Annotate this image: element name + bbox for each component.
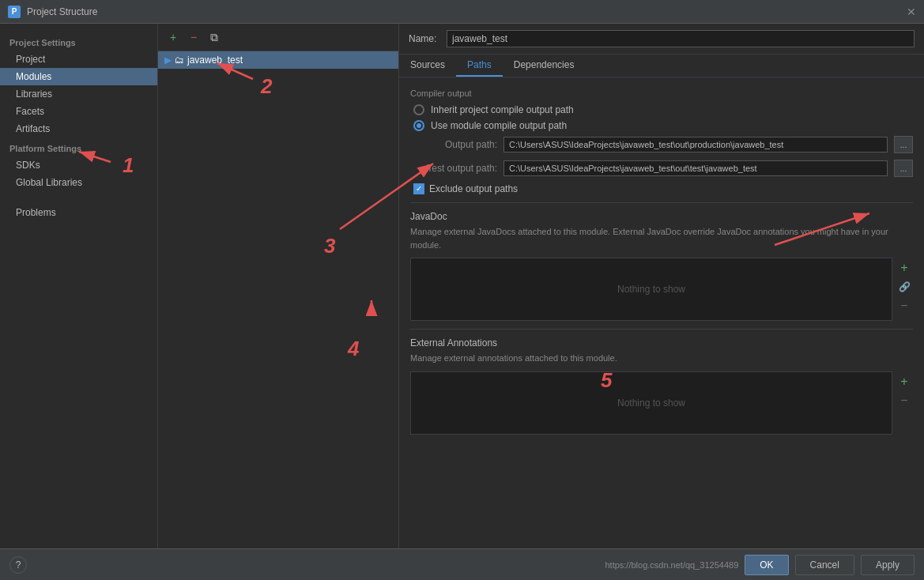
external-annotations-empty-label: Nothing to show — [617, 397, 685, 409]
javadoc-add-url-button[interactable]: 🔗 — [896, 278, 913, 296]
exclude-output-checkbox[interactable] — [413, 183, 424, 194]
javadoc-list: Nothing to show — [410, 258, 892, 321]
help-button[interactable]: ? — [9, 556, 27, 574]
exclude-output-row: Exclude output paths — [410, 183, 913, 194]
radio-inherit-row: Inherit project compile output path — [410, 104, 913, 115]
javadoc-remove-button[interactable]: − — [896, 297, 913, 314]
javadoc-list-area: Nothing to show + 🔗 − — [410, 258, 913, 321]
platform-settings-label: Platform Settings — [0, 137, 157, 156]
bottom-bar: ? https://blog.csdn.net/qq_31254489 OK C… — [0, 548, 924, 580]
name-input[interactable] — [447, 30, 915, 47]
external-annotations-remove-button[interactable]: − — [896, 392, 913, 409]
tabs-bar: Sources Paths Dependencies — [399, 55, 924, 77]
sidebar-item-artifacts[interactable]: Artifacts — [0, 120, 157, 137]
module-tree-item[interactable]: ▶ 🗂 javaweb_test — [158, 51, 398, 69]
radio-use-module-row: Use module compile output path — [410, 120, 913, 131]
radio-use-module[interactable] — [413, 120, 424, 131]
external-annotations-add-button[interactable]: + — [896, 373, 913, 390]
radio-use-module-label: Use module compile output path — [431, 120, 567, 131]
tab-sources[interactable]: Sources — [399, 55, 456, 77]
app-icon: P — [8, 6, 21, 18]
test-output-path-label: Test output path: — [410, 163, 497, 174]
external-annotations-side-buttons: + − — [896, 371, 913, 435]
compiler-output-title: Compiler output — [410, 89, 913, 98]
javadoc-side-buttons: + 🔗 − — [896, 258, 913, 321]
external-annotations-list-area: Nothing to show + − — [410, 371, 913, 435]
output-path-input[interactable] — [503, 137, 888, 153]
content-area: Compiler output Inherit project compile … — [399, 77, 924, 548]
output-path-browse[interactable]: ... — [894, 136, 913, 153]
javadoc-empty-label: Nothing to show — [617, 284, 685, 295]
name-label: Name: — [409, 33, 440, 44]
test-output-path-row: Test output path: ... — [410, 160, 913, 177]
name-row: Name: — [399, 24, 924, 55]
apply-button[interactable]: Apply — [861, 555, 915, 575]
module-name: javaweb_test — [187, 55, 243, 66]
close-button[interactable]: ✕ — [907, 6, 916, 18]
cancel-button[interactable]: Cancel — [795, 555, 854, 575]
output-path-label: Output path: — [410, 139, 497, 150]
sidebar-item-modules[interactable]: Modules — [0, 68, 157, 85]
window-title: Project Structure — [27, 6, 97, 17]
output-path-row: Output path: ... — [410, 136, 913, 153]
add-module-button[interactable]: + — [164, 28, 182, 46]
expand-icon: ▶ — [164, 55, 172, 66]
project-settings-label: Project Settings — [0, 32, 157, 51]
sidebar-item-problems[interactable]: Problems — [0, 204, 157, 221]
sidebar-item-global-libraries[interactable]: Global Libraries — [0, 174, 157, 191]
radio-inherit[interactable] — [413, 104, 424, 115]
radio-inherit-label: Inherit project compile output path — [431, 104, 574, 115]
external-annotations-list: Nothing to show — [410, 371, 892, 435]
sidebar-item-facets[interactable]: Facets — [0, 103, 157, 120]
sidebar-item-libraries[interactable]: Libraries — [0, 85, 157, 103]
external-annotations-desc: Manage external annotations attached to … — [410, 352, 913, 365]
center-toolbar: + − ⧉ — [158, 24, 398, 51]
test-output-path-input[interactable] — [503, 160, 888, 176]
sidebar-item-project[interactable]: Project — [0, 51, 157, 68]
test-output-path-browse[interactable]: ... — [894, 160, 913, 177]
tab-dependencies[interactable]: Dependencies — [503, 55, 586, 77]
javadoc-title: JavaDoc — [410, 211, 913, 222]
ok-button[interactable]: OK — [745, 555, 788, 575]
exclude-output-label: Exclude output paths — [429, 183, 518, 194]
module-icon: 🗂 — [175, 55, 184, 66]
url-label: https://blog.csdn.net/qq_31254489 — [605, 560, 738, 570]
sidebar-item-sdks[interactable]: SDKs — [0, 156, 157, 174]
remove-module-button[interactable]: − — [185, 28, 202, 46]
center-panel: + − ⧉ ▶ 🗂 javaweb_test — [158, 24, 399, 548]
copy-module-button[interactable]: ⧉ — [206, 28, 223, 46]
external-annotations-title: External Annotations — [410, 337, 913, 348]
right-panel: Name: Sources Paths Dependencies Compile… — [399, 24, 924, 548]
sidebar: Project Settings Project Modules Librari… — [0, 24, 158, 548]
tab-paths[interactable]: Paths — [456, 55, 503, 77]
title-bar: P Project Structure ✕ — [0, 0, 924, 24]
javadoc-add-button[interactable]: + — [896, 259, 913, 277]
javadoc-desc: Manage external JavaDocs attached to thi… — [410, 225, 913, 251]
